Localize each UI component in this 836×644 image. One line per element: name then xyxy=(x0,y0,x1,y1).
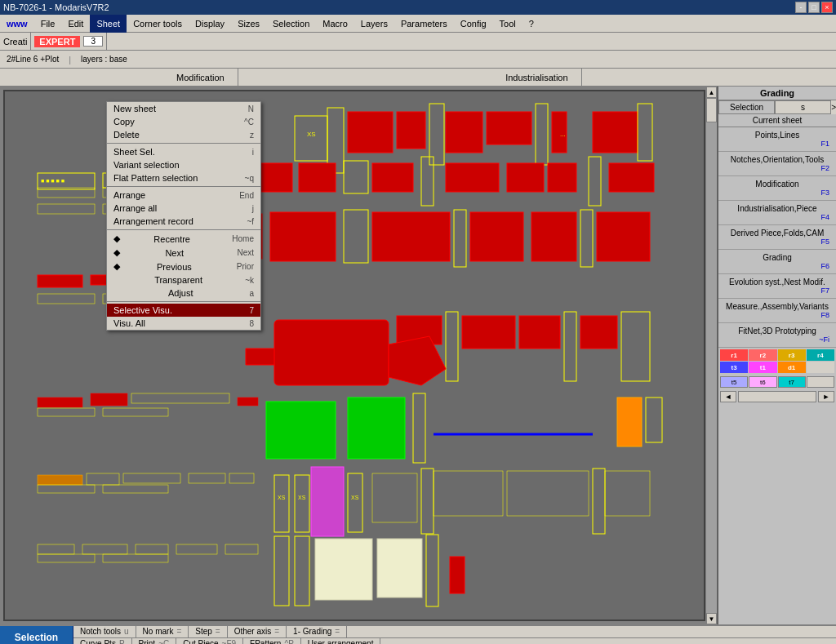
menu-file[interactable]: File xyxy=(34,15,62,33)
modification-tab[interactable]: Modification xyxy=(163,69,238,86)
close-button[interactable]: × xyxy=(821,2,833,13)
right-section-industrialisation[interactable]: Industrialisation,Piece F4 xyxy=(718,201,836,225)
menu-edit[interactable]: Edit xyxy=(61,15,90,33)
right-section-fitnet[interactable]: FitNet,3D Prototyping ~Fi xyxy=(718,323,836,348)
dd-transparent[interactable]: Transparent ~k xyxy=(107,273,260,286)
dd-sheet-sel[interactable]: Sheet Sel. i xyxy=(107,145,260,158)
main-layout: XS ... ■ ■ ■ ■ ■ xyxy=(0,87,836,624)
color-t3[interactable]: t3 xyxy=(720,362,748,373)
color-r4[interactable]: r4 xyxy=(807,349,834,361)
dd-sep-1 xyxy=(107,143,260,144)
svg-rect-34 xyxy=(270,212,336,261)
right-tab-s[interactable]: s xyxy=(775,100,831,114)
menu-config[interactable]: Config xyxy=(454,15,493,33)
title-controls[interactable]: - □ × xyxy=(795,2,833,13)
scroll-down-button[interactable]: ▼ xyxy=(706,613,717,624)
right-arrow-btn[interactable]: ► xyxy=(818,391,834,402)
color-r3[interactable]: r3 xyxy=(778,349,806,361)
menu-display[interactable]: Display xyxy=(189,15,231,33)
right-tab-arrow[interactable]: > xyxy=(831,100,836,114)
dd-adjust[interactable]: Adjust a xyxy=(107,286,260,300)
selection-button[interactable]: Selection xyxy=(0,626,73,644)
svg-rect-89 xyxy=(38,544,74,554)
user-arr-section[interactable]: User arrangement xyxy=(301,638,381,645)
svg-rect-3 xyxy=(348,112,393,153)
creation-section: Creati xyxy=(0,33,31,50)
menu-tool[interactable]: Tool xyxy=(493,15,522,33)
step-section[interactable]: Step = xyxy=(189,626,227,637)
cut-shortcut: ~F9 xyxy=(222,639,237,644)
svg-rect-31 xyxy=(38,204,95,214)
dd-previous[interactable]: ◆ Previous Prior xyxy=(107,260,260,273)
svg-rect-0 xyxy=(295,116,327,161)
scroll-track[interactable] xyxy=(706,98,717,613)
cut-piece-section[interactable]: Cut Piece ~F9 xyxy=(176,638,243,645)
notch-shortcut: u xyxy=(124,627,129,636)
other-axis-section[interactable]: Other axis = xyxy=(228,626,287,637)
combined-bar: Modification Industrialisation xyxy=(0,69,836,87)
color-d1[interactable]: d1 xyxy=(778,362,806,373)
dd-previous-shortcut: Prior xyxy=(237,262,254,271)
menu-www[interactable]: www xyxy=(0,15,34,33)
dd-flat-pattern[interactable]: Flat Pattern selection ~q xyxy=(107,171,260,184)
svg-rect-57 xyxy=(266,402,336,459)
right-section-measure[interactable]: Measure.,Assembly,Variants F8 xyxy=(718,299,836,323)
right-section-modification[interactable]: Modification F3 xyxy=(718,176,836,201)
color-r1[interactable]: r1 xyxy=(720,349,748,361)
print-section[interactable]: Print ~C xyxy=(132,638,177,645)
menu-macro[interactable]: Macro xyxy=(316,15,354,33)
dd-variant-sel[interactable]: Variant selection xyxy=(107,158,260,171)
grading-track[interactable] xyxy=(738,391,816,402)
color-empty[interactable] xyxy=(807,362,834,373)
color-t5[interactable]: t5 xyxy=(720,376,748,388)
menu-help[interactable]: ? xyxy=(522,15,540,33)
dd-recentre[interactable]: ◆ Recentre Home xyxy=(107,232,260,246)
notch-tools-section[interactable]: Notch tools u xyxy=(73,626,136,637)
dd-next-label: Next xyxy=(165,248,184,258)
right-section-grading[interactable]: Grading F6 xyxy=(718,250,836,274)
color-t6[interactable]: t6 xyxy=(749,376,776,388)
menu-sheet[interactable]: Sheet xyxy=(90,15,127,33)
dd-next[interactable]: ◆ Next Next xyxy=(107,246,260,260)
svg-rect-58 xyxy=(348,398,405,459)
color-r2[interactable]: r2 xyxy=(749,349,776,361)
menu-selection[interactable]: Selection xyxy=(266,15,316,33)
right-section-notches[interactable]: Notches,Orientation,Tools F2 xyxy=(718,152,836,176)
menu-corner-tools[interactable]: Corner tools xyxy=(127,15,189,33)
dd-copy[interactable]: Copy ^C xyxy=(107,115,260,128)
right-section-derived[interactable]: Derived Piece,Folds,CAM F5 xyxy=(718,225,836,250)
color-t7[interactable]: t7 xyxy=(778,376,806,388)
svg-rect-95 xyxy=(295,536,309,606)
dd-arrange[interactable]: Arrange End xyxy=(107,189,260,202)
left-arrow-btn[interactable]: ◄ xyxy=(720,391,736,402)
dd-recentre-shortcut: Home xyxy=(232,234,254,243)
grading-section[interactable]: 1- Grading = xyxy=(287,626,347,637)
sheet-dropdown-menu[interactable]: New sheet N Copy ^C Delete z Sheet Sel. … xyxy=(106,101,261,331)
scroll-thumb[interactable] xyxy=(706,98,717,122)
maximize-button[interactable]: □ xyxy=(808,2,820,13)
svg-rect-97 xyxy=(377,539,422,597)
right-section-points[interactable]: Points,Lines F1 xyxy=(718,127,836,152)
curve-pts-section[interactable]: Curve Pts P xyxy=(73,638,132,645)
right-section-evolution[interactable]: Evolution syst.,Nest Modif. F7 xyxy=(718,274,836,299)
svg-rect-12 xyxy=(638,104,652,161)
vertical-scrollbar[interactable]: ▲ ▼ xyxy=(705,87,717,624)
dd-delete[interactable]: Delete z xyxy=(107,128,260,141)
menu-parameters[interactable]: Parameters xyxy=(394,15,454,33)
dd-arrange-all[interactable]: Arrange all j xyxy=(107,202,260,215)
color-t1[interactable]: t1 xyxy=(749,362,776,373)
no-mark-section[interactable]: No mark = xyxy=(136,626,189,637)
menu-layers[interactable]: Layers xyxy=(354,15,394,33)
dd-selective-visu[interactable]: Selective Visu. 7 xyxy=(107,304,260,317)
color-empty2[interactable] xyxy=(807,376,834,388)
industrialization-tab[interactable]: Industrialisation xyxy=(492,69,581,86)
menu-sizes[interactable]: Sizes xyxy=(231,15,266,33)
dd-arrangement-record-shortcut: ~f xyxy=(247,217,254,226)
dd-new-sheet[interactable]: New sheet N xyxy=(107,102,260,115)
fpattern-section[interactable]: FPattern ^P xyxy=(243,638,301,645)
dd-arrangement-record[interactable]: Arrangement record ~f xyxy=(107,215,260,228)
minimize-button[interactable]: - xyxy=(795,2,807,13)
dd-visu-all[interactable]: Visu. All 8 xyxy=(107,317,260,330)
right-tab-selection[interactable]: Selection xyxy=(718,100,775,114)
scroll-up-button[interactable]: ▲ xyxy=(706,87,717,98)
